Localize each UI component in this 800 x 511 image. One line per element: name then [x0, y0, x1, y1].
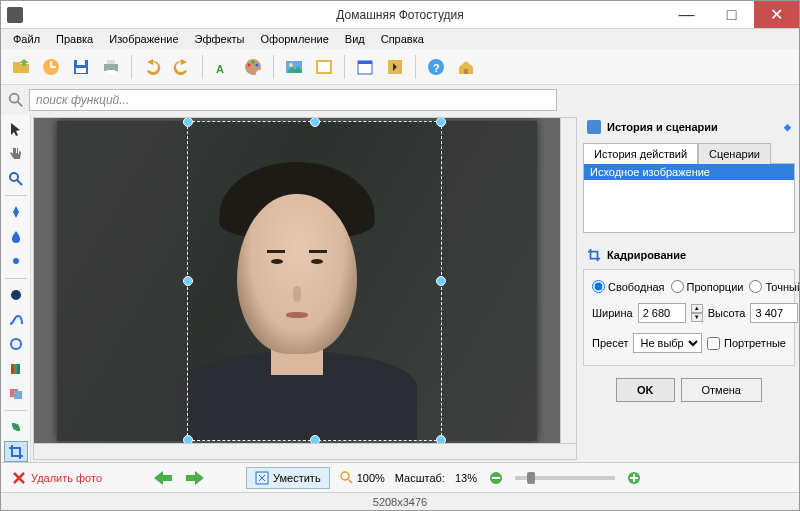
crop-handle-n[interactable] — [310, 118, 320, 127]
main-toolbar: A ? — [1, 49, 799, 85]
crop-handle-nw[interactable] — [183, 118, 193, 127]
brush-tool[interactable] — [4, 202, 28, 223]
zoom-100-icon — [340, 471, 354, 485]
crop-handle-e[interactable] — [436, 276, 446, 286]
menu-view[interactable]: Вид — [337, 31, 373, 47]
image-button[interactable] — [280, 53, 308, 81]
width-up[interactable]: ▲ — [691, 304, 703, 313]
bottom-bar: Удалить фото Уместить 100% Масштаб: 13% — [1, 462, 799, 492]
curves-tool[interactable] — [4, 309, 28, 330]
width-down[interactable]: ▼ — [691, 313, 703, 322]
crop-handle-s[interactable] — [310, 435, 320, 444]
crop-marquee[interactable] — [187, 121, 442, 441]
zoom-out-button[interactable] — [487, 469, 505, 487]
drop-tool[interactable] — [4, 226, 28, 247]
next-button[interactable] — [184, 469, 206, 487]
pointer-tool[interactable] — [4, 119, 28, 140]
zoom-slider-thumb[interactable] — [527, 472, 535, 484]
search-row — [1, 85, 799, 115]
crop-panel-title: Кадрирование — [607, 249, 686, 261]
menu-file[interactable]: Файл — [5, 31, 48, 47]
tab-history[interactable]: История действий — [583, 143, 698, 164]
horizontal-scrollbar[interactable] — [34, 443, 576, 459]
cancel-button[interactable]: Отмена — [681, 378, 762, 402]
crop-icon — [587, 248, 601, 262]
radio-free[interactable]: Свободная — [592, 280, 665, 293]
collapse-icon[interactable]: ◆ — [784, 122, 791, 132]
crop-mode-radios: Свободная Пропорции Точный размер — [592, 280, 786, 293]
gradient-tool[interactable] — [4, 359, 28, 380]
svg-point-27 — [11, 339, 21, 349]
history-item[interactable]: Исходное изображение — [584, 164, 794, 180]
shape-tool[interactable] — [4, 417, 28, 438]
dot1-tool[interactable] — [4, 251, 28, 272]
layers-tool[interactable] — [4, 383, 28, 404]
svg-rect-32 — [14, 391, 22, 399]
effects-pic-button[interactable] — [381, 53, 409, 81]
crop-tool[interactable] — [4, 441, 28, 462]
fit-icon — [255, 471, 269, 485]
ok-button[interactable]: OK — [616, 378, 675, 402]
zoom-100-button[interactable]: 100% — [340, 471, 385, 485]
svg-point-9 — [252, 60, 255, 63]
search-input[interactable] — [29, 89, 557, 111]
undo-button[interactable] — [138, 53, 166, 81]
quick-button[interactable] — [37, 53, 65, 81]
svg-rect-37 — [492, 477, 500, 479]
dark-tool[interactable] — [4, 285, 28, 306]
vertical-scrollbar[interactable] — [560, 118, 576, 443]
menu-effects[interactable]: Эффекты — [187, 31, 253, 47]
tool-palette — [1, 115, 31, 462]
history-list[interactable]: Исходное изображение — [583, 163, 795, 233]
menu-edit[interactable]: Правка — [48, 31, 101, 47]
text-button[interactable]: A — [209, 53, 237, 81]
radio-exact[interactable]: Точный размер — [749, 280, 800, 293]
minimize-button[interactable]: — — [664, 1, 709, 28]
crop-handle-se[interactable] — [436, 435, 446, 444]
help-button[interactable]: ? — [422, 53, 450, 81]
calendar-button[interactable] — [351, 53, 379, 81]
zoom-tool[interactable] — [4, 168, 28, 189]
history-tabs: История действий Сценарии — [583, 143, 795, 164]
menu-design[interactable]: Оформление — [253, 31, 337, 47]
preset-select[interactable]: Не выбрано — [633, 333, 702, 353]
svg-rect-6 — [107, 70, 115, 74]
svg-rect-40 — [633, 474, 635, 482]
save-button[interactable] — [67, 53, 95, 81]
radio-ratio[interactable]: Пропорции — [671, 280, 744, 293]
crop-handle-w[interactable] — [183, 276, 193, 286]
hand-tool[interactable] — [4, 144, 28, 165]
image-preview[interactable] — [57, 121, 537, 441]
svg-point-10 — [256, 63, 259, 66]
portrait-checkbox[interactable]: Портретные — [707, 337, 786, 350]
prev-button[interactable] — [152, 469, 174, 487]
menu-image[interactable]: Изображение — [101, 31, 186, 47]
fit-button[interactable]: Уместить — [246, 467, 330, 489]
svg-rect-16 — [358, 61, 372, 64]
maximize-button[interactable]: □ — [709, 1, 754, 28]
svg-rect-29 — [14, 364, 17, 374]
zoom-in-button[interactable] — [625, 469, 643, 487]
open-button[interactable] — [7, 53, 35, 81]
home-button[interactable] — [452, 53, 480, 81]
close-button[interactable]: ✕ — [754, 1, 799, 28]
tab-scenarios[interactable]: Сценарии — [698, 143, 771, 164]
delete-photo-button[interactable]: Удалить фото — [11, 470, 102, 486]
scale-value: 13% — [455, 472, 477, 484]
status-bar: 5208x3476 — [1, 492, 799, 510]
svg-line-35 — [348, 479, 352, 483]
svg-text:?: ? — [433, 62, 440, 74]
print-button[interactable] — [97, 53, 125, 81]
frame-button[interactable] — [310, 53, 338, 81]
svg-rect-20 — [464, 69, 468, 74]
redo-button[interactable] — [168, 53, 196, 81]
canvas[interactable] — [34, 118, 560, 443]
palette-button[interactable] — [239, 53, 267, 81]
height-input[interactable] — [750, 303, 798, 323]
crop-handle-sw[interactable] — [183, 435, 193, 444]
zoom-slider[interactable] — [515, 476, 615, 480]
width-input[interactable] — [638, 303, 686, 323]
menu-help[interactable]: Справка — [373, 31, 432, 47]
app-icon — [7, 7, 23, 23]
circle-tool[interactable] — [4, 334, 28, 355]
